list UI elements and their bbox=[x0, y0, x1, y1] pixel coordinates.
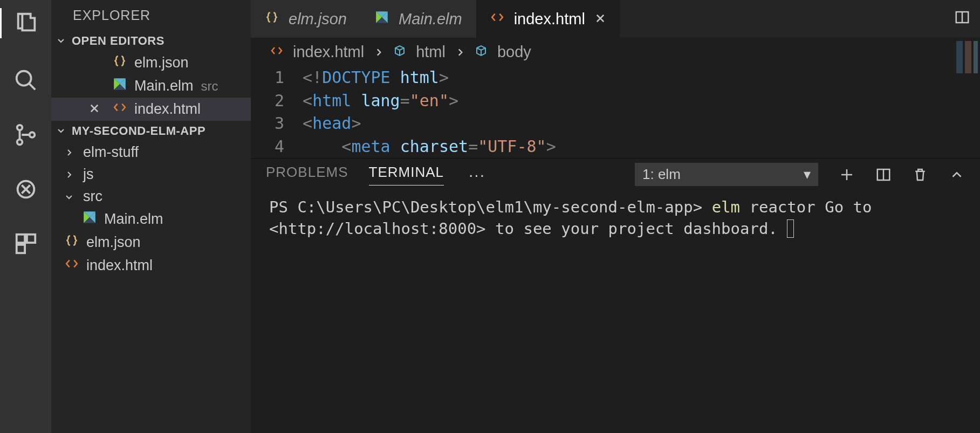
symbol-icon bbox=[393, 43, 406, 61]
tree-item-label: js bbox=[83, 166, 94, 183]
tree-item-label: index.html bbox=[86, 257, 153, 274]
sidebar-title: EXPLORER bbox=[51, 0, 251, 31]
elm-icon bbox=[83, 210, 97, 228]
chevron-right-icon bbox=[65, 144, 76, 161]
split-editor-icon[interactable] bbox=[954, 9, 970, 29]
open-editor-name: index.html bbox=[134, 101, 201, 118]
json-icon bbox=[65, 233, 79, 251]
json-icon bbox=[113, 54, 127, 72]
trash-icon[interactable] bbox=[912, 167, 928, 183]
chevron-right-icon bbox=[455, 43, 465, 61]
line-numbers: 1 2 3 4 bbox=[251, 66, 303, 158]
open-editor-name: elm.json bbox=[134, 54, 189, 71]
crumb-label: html bbox=[416, 43, 446, 61]
chevron-right-icon bbox=[65, 166, 76, 183]
source-control-icon[interactable] bbox=[13, 122, 38, 147]
terminal-select-label: 1: elm bbox=[642, 166, 681, 183]
open-editor-item[interactable]: index.html bbox=[51, 98, 251, 121]
svg-point-1 bbox=[17, 125, 22, 130]
chevron-down-icon bbox=[57, 34, 67, 48]
new-terminal-icon[interactable] bbox=[839, 167, 855, 183]
panel-tabbar: PROBLEMS TERMINAL ··· 1: elm ▾ bbox=[251, 159, 980, 190]
extensions-icon[interactable] bbox=[13, 231, 38, 256]
editor-tabs: elm.json Main.elm index.html bbox=[251, 0, 980, 38]
project-header[interactable]: MY-SECOND-ELM-APP bbox=[51, 121, 251, 141]
bottom-panel: PROBLEMS TERMINAL ··· 1: elm ▾ PS C:\Use… bbox=[251, 158, 980, 433]
minimap[interactable] bbox=[956, 39, 980, 93]
tab-label: index.html bbox=[514, 10, 585, 28]
activity-bar bbox=[0, 0, 51, 433]
chevron-right-icon bbox=[374, 43, 383, 61]
terminal-cursor bbox=[787, 219, 794, 238]
tree-item-label: elm-stuff bbox=[83, 144, 139, 161]
html-icon bbox=[65, 257, 79, 274]
tab-main-elm[interactable]: Main.elm bbox=[361, 0, 476, 38]
explorer-sidebar: EXPLORER OPEN EDITORS elm.json Main.elm … bbox=[51, 0, 251, 433]
svg-rect-7 bbox=[16, 245, 24, 253]
tree-folder[interactable]: js bbox=[51, 163, 251, 185]
terminal-select[interactable]: 1: elm ▾ bbox=[635, 163, 818, 186]
panel-tab-terminal[interactable]: TERMINAL bbox=[369, 164, 444, 185]
html-icon bbox=[490, 10, 504, 28]
tree-item-label: elm.json bbox=[86, 234, 141, 251]
panel-tab-problems[interactable]: PROBLEMS bbox=[266, 164, 348, 185]
close-icon[interactable] bbox=[84, 101, 105, 118]
html-icon bbox=[270, 43, 283, 61]
open-editor-detail: src bbox=[201, 79, 218, 94]
overflow-icon[interactable]: ··· bbox=[464, 166, 490, 184]
search-icon[interactable] bbox=[13, 68, 38, 93]
open-editors-label: OPEN EDITORS bbox=[72, 34, 165, 48]
open-editor-item[interactable]: elm.json bbox=[51, 51, 251, 74]
svg-rect-5 bbox=[16, 235, 24, 243]
elm-icon bbox=[375, 10, 389, 28]
close-icon[interactable] bbox=[595, 10, 606, 28]
tree-folder[interactable]: src bbox=[51, 185, 251, 208]
tab-elm-json[interactable]: elm.json bbox=[251, 0, 361, 38]
elm-icon bbox=[113, 77, 127, 95]
split-terminal-icon[interactable] bbox=[875, 167, 892, 183]
open-editor-name: Main.elm bbox=[134, 78, 194, 94]
terminal-output[interactable]: PS C:\Users\PC\Desktop\elm1\my-second-el… bbox=[251, 190, 980, 245]
project-label: MY-SECOND-ELM-APP bbox=[72, 124, 205, 138]
json-icon bbox=[265, 10, 279, 28]
chevron-down-icon: ▾ bbox=[804, 166, 811, 183]
svg-point-2 bbox=[17, 140, 22, 145]
svg-point-3 bbox=[29, 132, 35, 138]
explorer-icon[interactable] bbox=[0, 8, 51, 38]
main-area: elm.json Main.elm index.html inde bbox=[251, 0, 980, 433]
breadcrumbs[interactable]: index.html html body bbox=[251, 38, 980, 66]
tree-file[interactable]: index.html bbox=[51, 254, 251, 277]
svg-rect-6 bbox=[26, 235, 35, 243]
tree-file[interactable]: Main.elm bbox=[51, 208, 251, 231]
tree-item-label: Main.elm bbox=[104, 211, 163, 228]
html-icon bbox=[113, 100, 127, 118]
chevron-up-icon[interactable] bbox=[949, 167, 965, 183]
crumb-label: body bbox=[497, 43, 531, 61]
chevron-down-icon bbox=[57, 124, 67, 138]
symbol-icon bbox=[475, 43, 488, 61]
open-editors-header[interactable]: OPEN EDITORS bbox=[51, 31, 251, 51]
code-content: <!DOCTYPE html> <html lang="en"> <head> … bbox=[303, 66, 556, 158]
tab-label: elm.json bbox=[289, 10, 347, 28]
tree-file[interactable]: elm.json bbox=[51, 231, 251, 254]
debug-icon[interactable] bbox=[13, 177, 38, 202]
crumb-label: index.html bbox=[293, 43, 364, 61]
tree-item-label: src bbox=[83, 188, 102, 205]
chevron-down-icon bbox=[65, 188, 76, 205]
tree-folder[interactable]: elm-stuff bbox=[51, 141, 251, 163]
tab-index-html[interactable]: index.html bbox=[476, 0, 620, 38]
svg-point-0 bbox=[16, 71, 31, 86]
code-editor[interactable]: 1 2 3 4 <!DOCTYPE html> <html lang="en">… bbox=[251, 66, 980, 158]
tab-label: Main.elm bbox=[399, 10, 462, 28]
open-editor-item[interactable]: Main.elm src bbox=[51, 74, 251, 98]
